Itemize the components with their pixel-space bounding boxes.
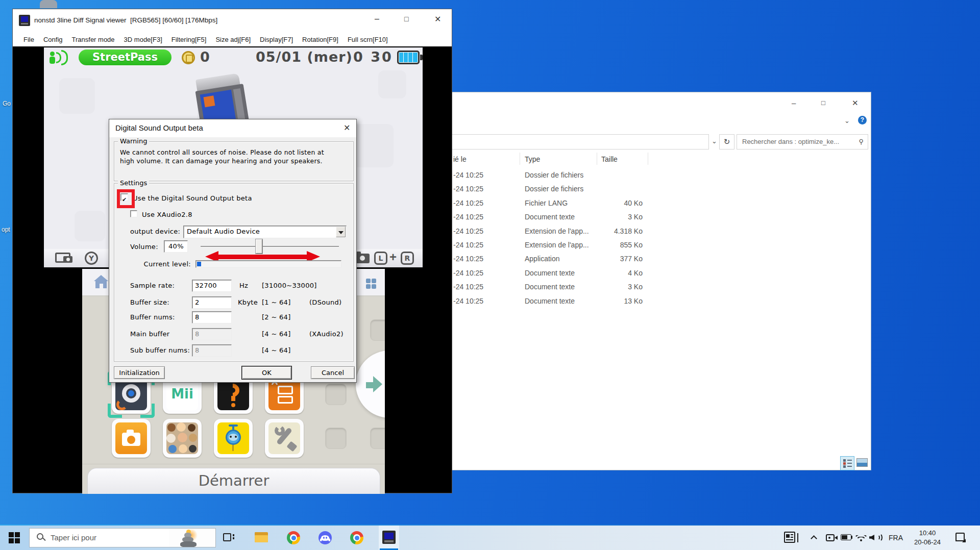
task-view-button[interactable] <box>223 532 235 543</box>
dialog-title-bar[interactable]: Digital Sound Output beta ✕ <box>109 119 356 137</box>
file-row-cell[interactable]: Fichier LANG <box>525 199 568 207</box>
details-view-button[interactable] <box>840 456 854 470</box>
annotation-red-box <box>117 189 135 208</box>
viewer-menu-item[interactable]: Transfer mode <box>67 36 119 43</box>
ribbon-collapse-icon[interactable]: ⌄ <box>844 117 850 124</box>
file-row-cell[interactable]: 3 Ko <box>576 283 643 291</box>
desktop-icon-label-go[interactable]: Go <box>3 100 11 107</box>
start-button-bar[interactable]: Démarrer <box>87 468 380 494</box>
column-header-modified[interactable]: ié le <box>453 155 467 163</box>
ok-button[interactable]: OK <box>242 366 291 379</box>
viewer-title-bar[interactable]: nonstd 3line Diff Signal viewer [RGB565]… <box>13 9 452 32</box>
column-header-type[interactable]: Type <box>525 155 540 163</box>
file-row-cell[interactable]: -24 10:25 <box>453 227 483 235</box>
buffer-nums-input[interactable]: 8 <box>192 311 232 323</box>
buffer-size-input[interactable]: 2 <box>192 296 232 309</box>
viewer-menu-item[interactable]: File <box>19 36 39 43</box>
file-row-cell[interactable]: -24 10:25 <box>453 255 483 263</box>
taskbar-chrome2-icon[interactable] <box>350 531 363 544</box>
file-row-cell[interactable]: 4.318 Ko <box>576 227 643 235</box>
battery-tray-icon[interactable] <box>841 534 853 541</box>
app-tile-face-raiders[interactable] <box>214 419 253 458</box>
viewer-minimize-button[interactable]: – <box>375 14 379 23</box>
output-device-select[interactable]: Default Audio Device <box>183 226 347 238</box>
app-tile-camera[interactable] <box>112 419 151 458</box>
file-row-cell[interactable]: -24 10:25 <box>453 185 483 193</box>
explorer-maximize-button[interactable]: □ <box>821 99 825 107</box>
file-row-cell[interactable]: -24 10:25 <box>453 269 483 277</box>
file-row-cell[interactable]: -24 10:25 <box>453 283 483 291</box>
dropdown-arrow-button[interactable] <box>336 227 346 237</box>
grid-view-icon[interactable] <box>366 279 377 290</box>
viewer-maximize-button[interactable]: □ <box>404 15 408 23</box>
file-row-cell[interactable]: 40 Ko <box>576 199 643 207</box>
app-tile-settings[interactable] <box>265 419 304 458</box>
file-row-cell[interactable]: 377 Ko <box>576 255 643 263</box>
search-icon[interactable]: ⚲ <box>859 138 864 145</box>
taskbar-chrome-icon[interactable] <box>287 531 300 544</box>
file-row-cell[interactable]: Dossier de fichiers <box>525 185 583 193</box>
help-icon[interactable]: ? <box>858 116 867 124</box>
taskbar-explorer-icon[interactable] <box>255 531 268 544</box>
explorer-search-input[interactable]: Rechercher dans : optimize_ke... ⚲ <box>737 134 868 149</box>
viewer-menu-item[interactable]: Size adj[F6] <box>211 36 255 43</box>
file-row-cell[interactable]: 3 Ko <box>576 213 643 221</box>
file-row-cell[interactable]: 13 Ko <box>576 297 643 305</box>
battery-icon <box>397 51 420 64</box>
bottom-divider <box>82 464 385 464</box>
viewer-menu-item[interactable]: Filtering[F5] <box>167 36 211 43</box>
app-tile-mii-plaza[interactable] <box>163 419 202 458</box>
cancel-button[interactable]: Cancel <box>311 366 355 379</box>
address-dropdown-icon[interactable]: ⌄ <box>712 137 717 145</box>
file-row-cell[interactable]: 855 Ko <box>576 241 643 249</box>
column-header-size[interactable]: Taille <box>601 155 618 163</box>
desktop-icon-label-opt[interactable]: opt <box>2 226 10 233</box>
explorer-close-button[interactable]: ✕ <box>852 98 859 108</box>
desktop-icon-fragment[interactable] <box>40 0 57 8</box>
wifi-tray-icon[interactable] <box>855 533 867 542</box>
file-row-cell[interactable]: -24 10:25 <box>453 241 483 249</box>
meet-now-icon[interactable] <box>826 533 838 542</box>
taskbar-discord-icon[interactable] <box>318 531 332 544</box>
file-row-cell[interactable]: -24 10:25 <box>453 297 483 305</box>
search-highlight-image[interactable] <box>169 529 215 547</box>
taskbar-clock[interactable]: 10:40 20-06-24 <box>910 529 945 547</box>
use-xaudio-checkbox[interactable] <box>130 210 137 217</box>
volume-tray-icon[interactable] <box>869 533 880 542</box>
thumbnail-view-button[interactable] <box>856 458 868 467</box>
dialog-close-button[interactable]: ✕ <box>344 123 350 133</box>
file-row-cell[interactable]: Dossier de fichiers <box>525 171 583 179</box>
initialization-button[interactable]: Initialization <box>114 366 165 379</box>
file-row-cell[interactable]: Document texte <box>525 213 575 221</box>
volume-value-box[interactable]: 40% <box>164 240 188 253</box>
file-row-cell[interactable]: -24 10:25 <box>453 199 483 207</box>
file-row-cell[interactable]: Document texte <box>525 269 575 277</box>
viewer-title-text: nonstd 3line Diff Signal viewer [RGB565]… <box>34 16 217 24</box>
file-row-cell[interactable]: 4 Ko <box>576 269 643 277</box>
start-button[interactable] <box>9 532 20 543</box>
column-separator <box>520 153 520 165</box>
top-screen-date: 05/01 (mer) <box>256 49 353 65</box>
news-tray-icon[interactable] <box>784 532 797 544</box>
volume-slider-track[interactable] <box>201 246 339 247</box>
viewer-menu-item[interactable]: Display[F7] <box>255 36 298 43</box>
home-icon[interactable] <box>93 275 109 290</box>
tray-chevron-up-icon[interactable] <box>812 535 819 540</box>
file-row-cell[interactable]: Application <box>525 255 560 263</box>
file-row-cell[interactable]: -24 10:25 <box>453 213 483 221</box>
viewer-menu-item[interactable]: 3D mode[F3] <box>119 36 167 43</box>
notification-center-icon[interactable] <box>955 533 967 543</box>
file-row-cell[interactable]: -24 10:25 <box>453 171 483 179</box>
taskbar-search-box[interactable]: Taper ici pour <box>29 528 216 547</box>
file-row-cell[interactable]: Document texte <box>525 297 575 305</box>
explorer-minimize-button[interactable]: – <box>792 98 796 107</box>
refresh-button[interactable]: ↻ <box>719 134 734 149</box>
taskbar-viewer-app-cell[interactable] <box>379 526 399 550</box>
viewer-close-button[interactable]: ✕ <box>434 14 441 24</box>
viewer-menu-item[interactable]: Full scrn[F10] <box>343 36 393 43</box>
language-indicator[interactable]: FRA <box>889 534 903 542</box>
viewer-menu-item[interactable]: Config <box>39 36 67 43</box>
file-row-cell[interactable]: Document texte <box>525 283 575 291</box>
sample-rate-input[interactable]: 32700 <box>192 280 232 292</box>
viewer-menu-item[interactable]: Rotation[F9] <box>298 36 343 43</box>
